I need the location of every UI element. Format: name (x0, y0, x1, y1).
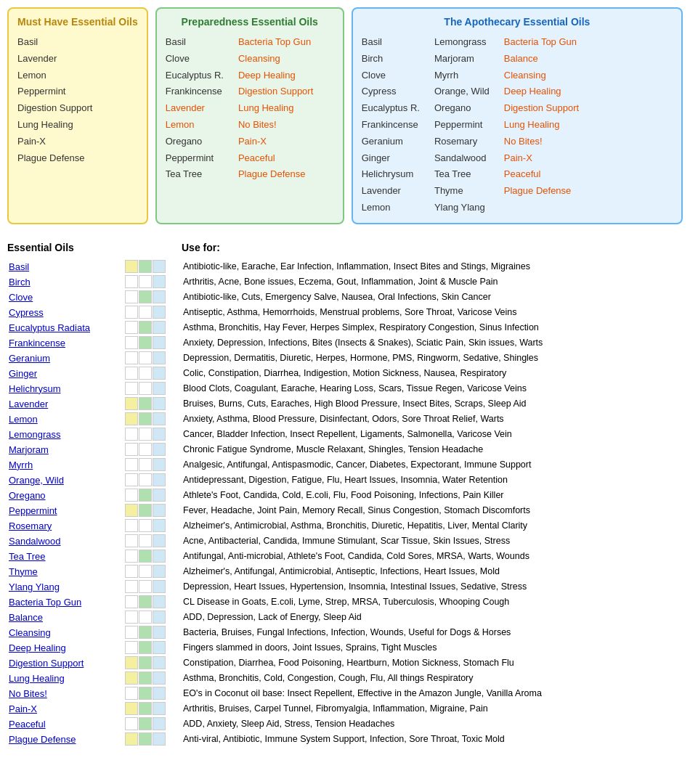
apothecary-item: Lavender (362, 184, 420, 199)
oil-link[interactable]: Myrrh (9, 460, 33, 470)
color-cells-cell (123, 732, 182, 747)
apothecary-item: Oregano (434, 101, 490, 116)
oil-link[interactable]: Lavender (9, 399, 48, 409)
color-cells-cell (123, 320, 182, 335)
color-cell (153, 458, 166, 471)
color-cell (153, 321, 166, 334)
oil-link[interactable]: Lung Healing (9, 673, 65, 684)
oil-link[interactable]: Eucalyptus Radiata (9, 322, 90, 333)
color-cells-cell (123, 305, 182, 320)
apothecary-item: Deep Healing (504, 84, 579, 99)
oil-link[interactable]: Lemon (9, 414, 38, 425)
table-row: ThymeAlzheimer's, Antifungal, Antimicrob… (7, 564, 683, 579)
preparedness-item: Digestion Support (238, 84, 313, 99)
table-row: Bacteria Top GunCL Disease in Goats, E.c… (7, 595, 683, 610)
use-text-cell: Alzheimer's, Antifungal, Antimicrobial, … (182, 564, 683, 579)
color-cell (125, 260, 138, 273)
color-cells (125, 595, 180, 608)
color-cell (125, 367, 138, 380)
color-cells-cell (123, 259, 182, 274)
table-row: OreganoAthlete's Foot, Candida, Cold, E.… (7, 488, 683, 503)
color-cell (153, 290, 166, 303)
color-cell (139, 397, 152, 410)
oil-link[interactable]: Deep Healing (9, 642, 66, 653)
color-cell (139, 595, 152, 608)
color-cell (139, 428, 152, 441)
color-cell (125, 458, 138, 471)
use-text-cell: Anxiety, Depression, Infections, Bites (… (182, 335, 683, 351)
oil-link[interactable]: Bacteria Top Gun (9, 597, 81, 608)
oil-link[interactable]: Helichrysum (9, 383, 61, 394)
oil-link[interactable]: Basil (9, 261, 29, 272)
table-row: HelichrysumBlood Clots, Coagulant, Earac… (7, 381, 683, 396)
oil-link[interactable]: Rosemary (9, 520, 52, 531)
col-header-use: Use for: (182, 239, 683, 259)
color-cell (139, 336, 152, 349)
oil-name-cell: Basil (7, 259, 123, 274)
color-cells (125, 428, 180, 441)
oil-link[interactable]: Oregano (9, 490, 46, 501)
preparedness-item: Pain-X (238, 134, 313, 150)
oil-name-cell: Cypress (7, 305, 123, 320)
oil-link[interactable]: Geranium (9, 353, 50, 364)
oil-link[interactable]: Cypress (9, 307, 44, 318)
table-row: No Bites!EO's in Coconut oil base: Insec… (7, 686, 683, 701)
table-row: Pain-XArthritis, Bruises, Carpel Tunnel,… (7, 701, 683, 716)
oil-link[interactable]: Orange, Wild (9, 475, 64, 486)
color-cell (125, 565, 138, 578)
preparedness-item: Plague Defense (238, 167, 313, 182)
color-cell (125, 732, 138, 746)
oil-link[interactable]: Ginger (9, 368, 37, 379)
color-cells (125, 687, 180, 700)
oil-link[interactable]: Digestion Support (9, 658, 84, 669)
oil-name-cell: Geranium (7, 351, 123, 366)
use-text-cell: Anti-viral, Antibiotic, Immune System Su… (182, 732, 683, 747)
apothecary-item: Eucalyptus R. (362, 101, 420, 116)
apothecary-content: BasilBirchCloveCypressEucalyptus R.Frank… (362, 35, 673, 216)
oil-link[interactable]: Tea Tree (9, 551, 46, 562)
oil-link[interactable]: Lemongrass (9, 429, 61, 440)
table-row: Ylang YlangDepression, Heart Issues, Hyp… (7, 579, 683, 595)
use-text-cell: Antiseptic, Asthma, Hemorrhoids, Menstru… (182, 305, 683, 320)
use-text-cell: Arthritis, Acne, Bone issues, Eczema, Go… (182, 274, 683, 290)
oil-link[interactable]: Birch (9, 277, 31, 287)
color-cell (139, 382, 152, 395)
oil-link[interactable]: Marjoram (9, 444, 49, 455)
color-cell (139, 458, 152, 471)
oil-link[interactable]: Balance (9, 612, 43, 623)
oil-name-cell: Oregano (7, 488, 123, 503)
color-cell (125, 473, 138, 486)
color-cell (125, 534, 138, 547)
oil-link[interactable]: Pain-X (9, 703, 37, 714)
preparedness-item: Basil (166, 35, 224, 50)
oil-link[interactable]: Clove (9, 292, 33, 303)
color-cells-cell (123, 716, 182, 732)
oil-link[interactable]: Peppermint (9, 505, 57, 516)
oil-name-cell: Tea Tree (7, 549, 123, 564)
oil-link[interactable]: Sandalwood (9, 536, 61, 547)
color-cells (125, 565, 180, 578)
color-cell (139, 717, 152, 730)
color-cells-cell (123, 701, 182, 716)
preparedness-item: Frankincense (166, 84, 224, 99)
oil-link[interactable]: Plague Defense (9, 734, 76, 745)
oil-link[interactable]: Frankincense (9, 338, 65, 348)
preparedness-item: Peppermint (166, 151, 224, 166)
color-cell (153, 306, 166, 319)
color-cells-cell (123, 427, 182, 442)
oil-link[interactable]: No Bites! (9, 688, 47, 699)
oil-link[interactable]: Thyme (9, 566, 38, 577)
color-cell (139, 275, 152, 288)
oil-link[interactable]: Cleansing (9, 627, 51, 638)
table-row: Digestion SupportConstipation, Diarrhea,… (7, 656, 683, 671)
color-cell (139, 260, 152, 273)
oil-link[interactable]: Ylang Ylang (9, 581, 60, 592)
preparedness-item: No Bites! (238, 118, 313, 133)
color-cell (125, 611, 138, 624)
color-cell (139, 504, 152, 517)
color-cell (153, 550, 166, 563)
color-cell (139, 351, 152, 364)
oil-link[interactable]: Peaceful (9, 719, 46, 730)
apothecary-item: Sandalwood (434, 151, 490, 166)
preparedness-item: Clove (166, 52, 224, 67)
